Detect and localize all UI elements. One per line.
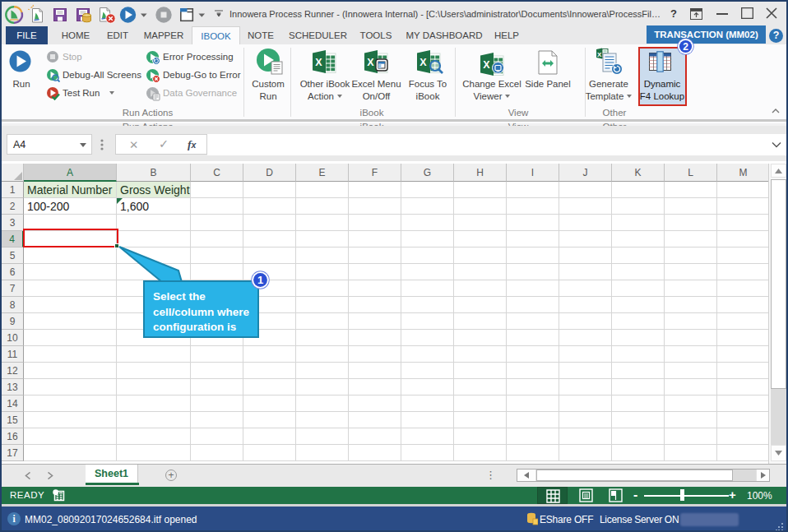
svg-text:X: X	[597, 51, 602, 58]
svg-text:1: 1	[257, 274, 263, 286]
svg-text:2: 2	[683, 41, 688, 53]
